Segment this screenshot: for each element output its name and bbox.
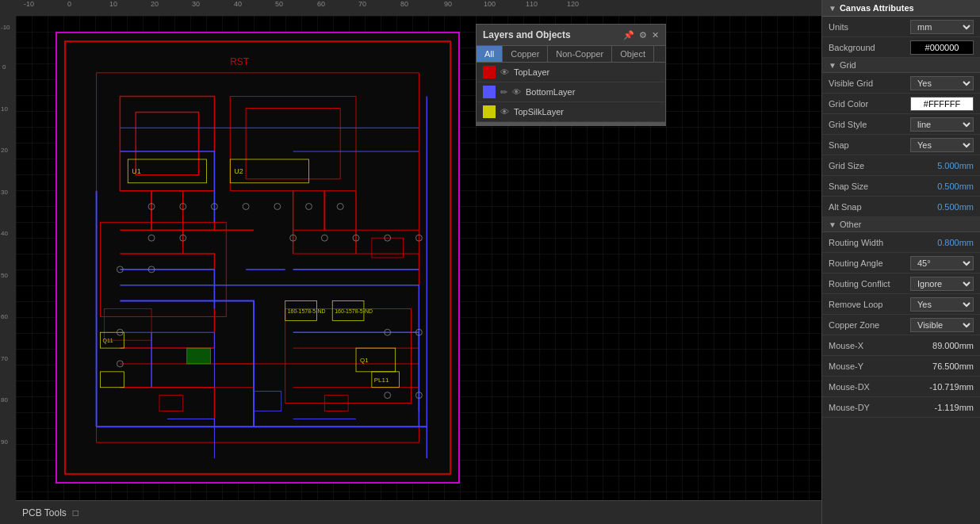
grid-color-swatch[interactable]: #FFFFFF [910,97,974,111]
svg-text:160-1578-5-ND: 160-1578-5-ND [335,308,373,314]
background-label: Background [829,43,910,52]
settings-icon[interactable]: ⚙ [639,30,647,40]
svg-text:Q1: Q1 [360,357,369,364]
snap-label: Snap [829,140,910,150]
svg-text:160-1578-5-ND: 160-1578-5-ND [288,308,326,314]
topsilklayer-name: TopSilkLayer [514,107,659,117]
snap-row: Snap Yes No [822,135,980,155]
mouse-dy-row: Mouse-DY -1.119mm [822,397,980,418]
snap-size-value[interactable]: 0.500mm [937,182,974,191]
visible-grid-label: Visible Grid [829,78,910,88]
pcb-canvas[interactable]: -10 0 10 20 30 40 50 60 70 80 90 100 110… [0,0,821,524]
remove-loop-label: Remove Loop [829,300,910,309]
alt-snap-row: Alt Snap 0.500mm [822,197,980,217]
svg-point-29 [243,204,249,210]
snap-size-row: Snap Size 0.500mm [822,176,980,197]
copper-zone-select[interactable]: Visible Hidden [910,318,974,332]
tab-object[interactable]: Object [612,46,654,62]
layers-panel-title: Layers and Objects [483,29,571,40]
copper-zone-label: Copper Zone [829,320,910,330]
canvas-attributes-section: ▼ Canvas Attributes [822,0,980,17]
svg-rect-3 [285,308,412,403]
grid-size-value[interactable]: 5.000mm [937,161,974,170]
routing-width-value[interactable]: 0.800mm [937,238,974,247]
svg-text:RST: RST [230,56,249,67]
grid-color-label: Grid Color [829,99,910,109]
units-select[interactable]: mm mil inch [910,20,974,34]
grid-style-select[interactable]: line dot [910,117,974,132]
svg-point-33 [148,235,155,241]
routing-conflict-row: Routing Conflict Ignore Warn Stop [822,273,980,294]
canvas-attributes-title: Canvas Attributes [840,3,914,13]
svg-point-32 [337,204,343,210]
canvas-area[interactable]: RST [16,16,821,500]
mouse-y-label: Mouse-Y [829,361,932,371]
topsilklayer-visibility-icon[interactable]: 👁 [500,107,509,117]
close-icon[interactable]: ✕ [652,30,659,40]
layer-row-bottomlayer: ✏ 👁 BottomLayer [477,82,665,102]
toplayer-color [483,66,496,78]
mouse-x-row: Mouse-X 89.000mm [822,335,980,356]
tab-non-copper[interactable]: Non-Copper [548,46,612,62]
svg-rect-2 [105,308,152,340]
routing-conflict-label: Routing Conflict [829,279,910,289]
alt-snap-value[interactable]: 0.500mm [937,202,974,212]
tab-all[interactable]: All [477,46,503,62]
other-section-label: Other [840,220,862,229]
pcb-board: RST [56,32,460,484]
canvas-collapse-icon[interactable]: ▼ [829,4,836,13]
svg-rect-5 [214,364,254,388]
ruler-corner [0,0,16,16]
bottom-bar-title: PCB Tools [22,507,67,518]
routing-angle-row: Routing Angle 45° 90° Any [822,253,980,273]
topsilklayer-color [483,105,496,118]
visible-grid-select[interactable]: Yes No [910,76,974,90]
snap-select[interactable]: Yes No [910,138,974,152]
svg-text:U1: U1 [132,167,140,175]
snap-size-label: Snap Size [829,182,937,191]
svg-text:U2: U2 [234,167,243,175]
routing-angle-select[interactable]: 45° 90° Any [910,256,974,270]
grid-section-title: ▼ Grid [822,58,980,73]
svg-rect-10 [187,348,211,364]
mouse-dy-label: Mouse-DY [829,403,934,412]
layer-row-topsilklayer: 👁 TopSilkLayer [477,102,665,122]
layers-header: Layers and Objects 📌 ⚙ ✕ [477,25,665,46]
bottomlayer-pencil-icon[interactable]: ✏ [500,87,507,98]
pin-icon[interactable]: 📌 [623,30,634,40]
routing-conflict-select[interactable]: Ignore Warn Stop [910,277,974,291]
layer-row-toplayer: 👁 TopLayer [477,63,665,82]
grid-collapse-icon[interactable]: ▼ [829,61,836,70]
background-row: Background #000000 [822,37,980,58]
mouse-dx-value: -10.719mm [929,382,974,392]
layers-resize-handle[interactable] [477,122,665,125]
mouse-y-row: Mouse-Y 76.500mm [822,356,980,377]
units-label: Units [829,22,910,32]
bottom-toolbar: PCB Tools □ [16,500,821,524]
copper-zone-row: Copper Zone Visible Hidden [822,315,980,335]
svg-point-30 [274,204,281,210]
svg-text:Q11: Q11 [103,338,113,344]
tab-copper[interactable]: Copper [503,46,548,62]
toplayer-name: TopLayer [514,67,659,77]
routing-width-label: Routing Width [829,238,937,247]
routing-angle-label: Routing Angle [829,258,910,268]
bottomlayer-visibility-icon[interactable]: 👁 [512,87,521,97]
ruler-top: -10 0 10 20 30 40 50 60 70 80 90 100 110… [16,0,821,16]
grid-section-label: Grid [840,60,856,70]
layers-panel: Layers and Objects 📌 ⚙ ✕ All Copper Non-… [476,24,666,126]
mouse-dx-row: Mouse-DX -10.719mm [822,377,980,397]
remove-loop-select[interactable]: Yes No [910,297,974,312]
visible-grid-row: Visible Grid Yes No [822,73,980,94]
routing-width-row: Routing Width 0.800mm [822,232,980,253]
bottom-bar-expand-icon[interactable]: □ [73,507,78,518]
layers-tabs: All Copper Non-Copper Object [477,46,665,63]
svg-rect-25 [101,372,124,388]
other-collapse-icon[interactable]: ▼ [829,220,836,229]
ruler-left: -10 0 10 20 30 40 50 60 70 80 90 [0,16,16,524]
background-color-swatch[interactable]: #000000 [910,40,974,55]
grid-color-row: Grid Color #FFFFFF [822,94,980,114]
right-panel: ▼ Canvas Attributes Units mm mil inch Ba… [821,0,980,524]
toplayer-visibility-icon[interactable]: 👁 [500,67,509,77]
bottomlayer-color [483,86,496,98]
